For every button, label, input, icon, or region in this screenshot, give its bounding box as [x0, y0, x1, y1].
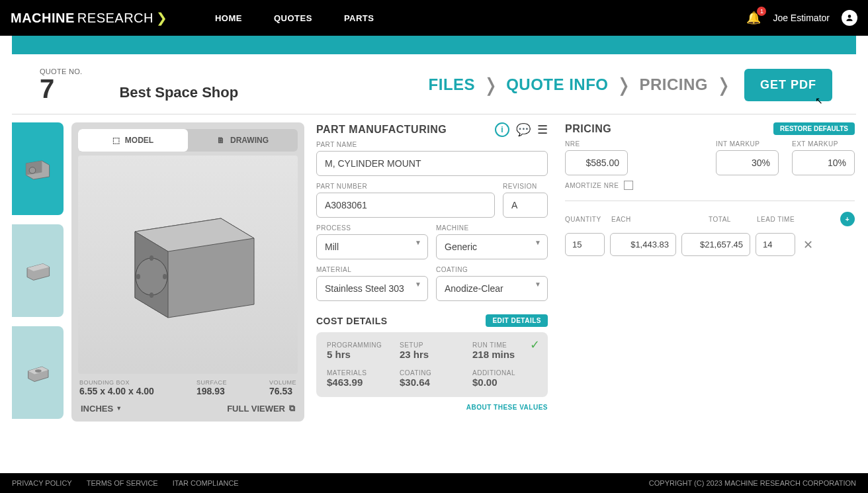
- coating-cost-label: COATING: [400, 369, 464, 377]
- pricing-title: PRICING: [565, 123, 611, 135]
- part-number-input[interactable]: [316, 193, 495, 218]
- col-total: TOTAL: [683, 216, 757, 223]
- notification-badge: 1: [757, 7, 766, 16]
- thumbnail-1[interactable]: [12, 122, 64, 215]
- ext-markup-input[interactable]: [792, 150, 855, 175]
- comment-icon[interactable]: 💬: [516, 122, 531, 137]
- footer-privacy[interactable]: PRIVACY POLICY: [12, 479, 72, 487]
- main-nav: HOME QUOTES PARTS: [215, 13, 374, 23]
- add-row-button[interactable]: +: [840, 212, 855, 226]
- user-name[interactable]: Joe Estimator: [773, 13, 830, 23]
- part-name-label: PART NAME: [316, 141, 548, 148]
- about-values-link[interactable]: ABOUT THESE VALUES: [466, 404, 548, 411]
- full-viewer-label: FULL VIEWER: [227, 404, 285, 414]
- part-number-label: PART NUMBER: [316, 183, 495, 190]
- quote-steps: FILES ❭ QUOTE INFO ❭ PRICING ❭ GET PDF: [429, 69, 832, 101]
- viewer-canvas[interactable]: [78, 156, 298, 374]
- logo-text-2: RESEARCH: [77, 11, 153, 26]
- logo[interactable]: MACHINE RESEARCH ❯: [0, 10, 183, 26]
- units-select[interactable]: INCHES ▼: [81, 404, 122, 414]
- col-quantity: QUANTITY: [565, 216, 611, 223]
- setup-label: SETUP: [400, 341, 464, 349]
- chevron-icon: ❭: [716, 74, 731, 96]
- process-label: PROCESS: [316, 224, 428, 232]
- col-each: EACH: [611, 216, 683, 223]
- part-name-input[interactable]: [316, 151, 548, 176]
- chevron-icon: ❭: [483, 74, 498, 96]
- step-quote-info[interactable]: QUOTE INFO: [506, 75, 608, 94]
- full-viewer-link[interactable]: FULL VIEWER ⧉: [227, 403, 295, 414]
- step-files[interactable]: FILES: [429, 75, 476, 94]
- machine-select[interactable]: [436, 234, 548, 259]
- ext-markup-label: EXT MARKUP: [792, 140, 855, 148]
- delete-row-icon[interactable]: ✕: [803, 238, 813, 252]
- cube-icon: ⬚: [112, 136, 120, 145]
- tab-drawing[interactable]: 🗎 DRAWING: [188, 129, 298, 152]
- nav-home[interactable]: HOME: [215, 13, 242, 23]
- svg-point-12: [136, 258, 167, 295]
- restore-defaults-button[interactable]: RESTORE DEFAULTS: [773, 122, 855, 135]
- col-lead: LEAD TIME: [757, 216, 810, 223]
- cost-details-title: COST DETAILS: [316, 316, 388, 326]
- thumbnail-2[interactable]: [12, 224, 64, 317]
- amortize-checkbox[interactable]: [624, 181, 633, 190]
- amortize-label: AMORTIZE NRE: [565, 182, 619, 189]
- coating-select[interactable]: [436, 276, 548, 301]
- svg-point-15: [136, 274, 140, 279]
- quote-name: Best Space Shop: [119, 84, 238, 101]
- step-pricing[interactable]: PRICING: [639, 75, 708, 94]
- cost-details-box: ✓ PROGRAMMING5 hrs SETUP23 hrs RUN TIME2…: [316, 332, 548, 397]
- additional-label: ADDITIONAL: [472, 369, 537, 377]
- teal-strip: [12, 36, 856, 54]
- programming-value: 5 hrs: [327, 349, 392, 360]
- logo-chevron-icon: ❯: [156, 10, 167, 26]
- int-markup-input[interactable]: [716, 150, 779, 175]
- model-viewer: ⬚ MODEL 🗎 DRAWING BOUNDING BOX6.55 x 4.0…: [71, 122, 304, 422]
- surface-label: SURFACE: [196, 379, 227, 386]
- info-icon[interactable]: i: [495, 122, 509, 137]
- top-header: MACHINE RESEARCH ❯ HOME QUOTES PARTS 🔔 1…: [0, 0, 868, 36]
- nre-label: NRE: [565, 140, 628, 148]
- revision-input[interactable]: [503, 193, 548, 218]
- material-select[interactable]: [316, 276, 428, 301]
- avatar-icon[interactable]: [842, 10, 857, 26]
- svg-point-14: [150, 292, 153, 298]
- edit-details-button[interactable]: EDIT DETAILS: [486, 314, 548, 327]
- viewer-tabs: ⬚ MODEL 🗎 DRAWING: [78, 129, 298, 152]
- nav-parts[interactable]: PARTS: [344, 13, 374, 23]
- thumbnail-3[interactable]: [12, 326, 64, 419]
- chevron-icon: ❭: [616, 74, 631, 96]
- volume-label: VOLUME: [269, 379, 296, 386]
- process-select[interactable]: [316, 234, 428, 259]
- runtime-label: RUN TIME: [472, 341, 537, 349]
- setup-value: 23 hrs: [400, 349, 464, 360]
- each-input[interactable]: [610, 233, 676, 256]
- svg-point-13: [150, 255, 153, 261]
- notification-bell-icon[interactable]: 🔔 1: [746, 11, 761, 25]
- programming-label: PROGRAMMING: [327, 341, 392, 349]
- additional-value: $0.00: [472, 377, 537, 388]
- get-pdf-button[interactable]: GET PDF: [744, 69, 832, 101]
- runtime-value: 218 mins: [472, 349, 537, 360]
- nav-quotes[interactable]: QUOTES: [274, 13, 312, 23]
- lead-time-input[interactable]: [756, 233, 795, 256]
- bbox-value: 6.55 x 4.00 x 4.00: [79, 386, 154, 396]
- tab-drawing-label: DRAWING: [230, 136, 269, 145]
- document-icon: 🗎: [217, 136, 225, 145]
- pricing-row: ✕: [565, 233, 855, 256]
- tab-model-label: MODEL: [125, 136, 153, 145]
- tab-model[interactable]: ⬚ MODEL: [78, 129, 188, 152]
- part-manufacturing-panel: PART MANUFACTURING i 💬 ☰ PART NAME PART …: [312, 122, 552, 422]
- footer-tos[interactable]: TERMS OF SERVICE: [87, 479, 158, 487]
- footer-copyright: COPYRIGHT (C) 2023 MACHINE RESEARCH CORP…: [649, 479, 856, 487]
- list-icon[interactable]: ☰: [537, 122, 548, 137]
- checkmark-icon: ✓: [530, 337, 540, 352]
- revision-label: REVISION: [503, 183, 548, 190]
- total-input[interactable]: [681, 233, 750, 256]
- footer-itar[interactable]: ITAR COMPLIANCE: [173, 479, 239, 487]
- quote-bar: QUOTE NO. 7 Best Space Shop FILES ❭ QUOT…: [12, 54, 856, 114]
- machine-label: MACHINE: [436, 224, 548, 232]
- quantity-input[interactable]: [565, 233, 605, 256]
- volume-value: 76.53: [269, 386, 296, 396]
- nre-input[interactable]: [565, 150, 628, 175]
